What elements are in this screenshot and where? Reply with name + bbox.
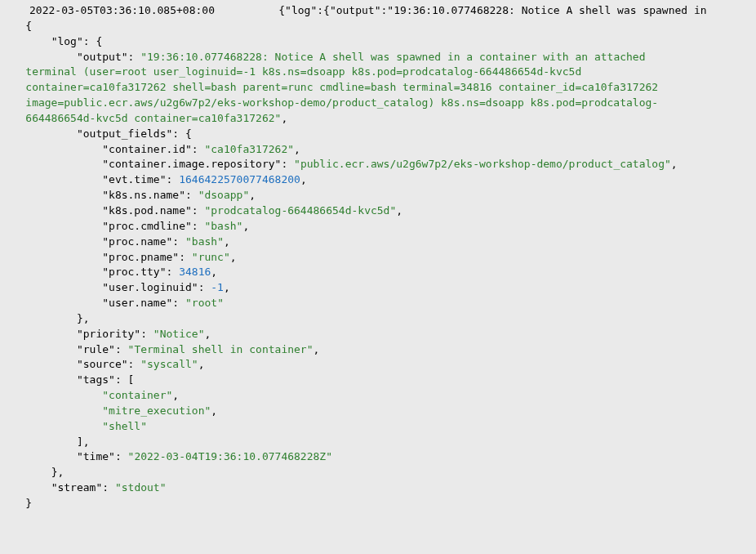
json-key: "k8s.ns.name" (102, 189, 185, 201)
json-value: "dsoapp" (198, 189, 250, 201)
json-key: "proc.pname" (102, 251, 179, 263)
json-key: "container.id" (102, 143, 192, 155)
json-value: "Notice" (153, 328, 205, 340)
json-value: 34816 (179, 266, 211, 278)
log-timestamp: 2022-03-05T03:36:10.085+08:00 (29, 4, 215, 16)
json-value-output-l3: container=ca10fa317262 shell=bash parent… (0, 81, 665, 93)
json-key: "priority" (77, 328, 140, 340)
json-value: "ca10fa317262" (204, 143, 294, 155)
json-key: "user.loginuid" (102, 281, 198, 293)
json-value: "Terminal shell in container" (128, 343, 314, 355)
json-value: "root" (185, 297, 224, 309)
json-key: "evt.time" (102, 173, 166, 185)
json-key: "tags" (77, 373, 115, 386)
json-key: "k8s.pod.name" (102, 204, 192, 217)
log-raw-preview: {"log":{"output":"19:36:10.077468228: No… (278, 4, 713, 16)
json-key: "container.image.repository" (102, 158, 281, 170)
json-key: "proc.cmdline" (102, 220, 192, 232)
json-value: "syscall" (140, 358, 198, 370)
json-key: "user.name" (102, 297, 172, 309)
json-key: "log" (51, 35, 83, 47)
json-value: "bash" (185, 235, 224, 248)
json-brace-open: { (25, 20, 32, 32)
json-brace-close: } (25, 497, 32, 509)
json-value: "2022-03-04T19:36:10.077468228Z" (128, 450, 332, 462)
log-output: 2022-03-05T03:36:10.085+08:00 {"log":{"o… (0, 0, 756, 512)
json-value: "mitre_execution" (102, 404, 211, 417)
json-value: "prodcatalog-664486654d-kvc5d" (204, 204, 396, 217)
json-key: "rule" (77, 343, 115, 355)
json-value-output-l5: 664486654d-kvc5d container=ca10fa317262" (0, 112, 281, 124)
json-value: 1646422570077468200 (179, 173, 300, 185)
json-value: "stdout" (115, 481, 167, 494)
json-key: "source" (77, 358, 128, 370)
json-key: "stream" (51, 481, 103, 494)
json-key: "proc.name" (102, 235, 172, 248)
json-value-output-l4: image=public.ecr.aws/u2g6w7p2/eks-worksh… (0, 96, 658, 109)
json-value: "public.ecr.aws/u2g6w7p2/eks-workshop-de… (294, 158, 671, 170)
json-key: "output" (77, 51, 128, 63)
json-value: "container" (102, 389, 172, 401)
log-header-line: 2022-03-05T03:36:10.085+08:00 {"log":{"o… (0, 4, 713, 16)
json-key: "output_fields" (77, 127, 172, 140)
json-value: -1 (211, 281, 224, 293)
json-value-output-l2: terminal (user=root user_loginuid=-1 k8s… (0, 65, 588, 78)
json-value-output-l1: "19:36:10.077468228: Notice A shell was … (140, 51, 651, 63)
json-key: "proc.tty" (102, 266, 166, 278)
json-key: "time" (77, 450, 115, 462)
json-value: "runc" (192, 251, 230, 263)
json-value: "shell" (102, 420, 147, 432)
json-value: "bash" (204, 220, 242, 232)
